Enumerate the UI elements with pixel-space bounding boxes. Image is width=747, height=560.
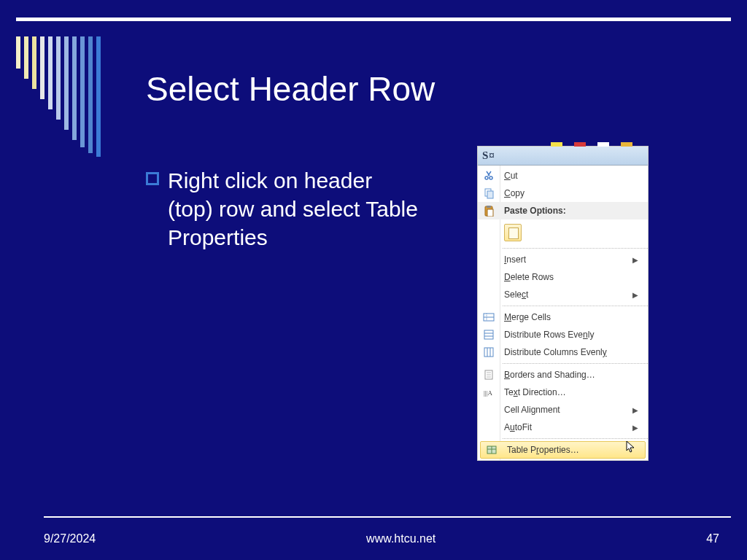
svg-rect-3 (487, 191, 493, 198)
slide-footer: 9/27/2024 www.htcu.net 47 (44, 532, 719, 545)
svg-point-1 (489, 176, 492, 179)
menu-label: Insert (500, 254, 632, 265)
svg-text:|||A: |||A (484, 389, 492, 397)
paste-icon (478, 205, 500, 217)
distribute-rows-icon (478, 329, 500, 341)
slide-body: Right click on header (top) row and sele… (146, 166, 423, 252)
menu-item-paste-options[interactable]: Paste Options: (478, 202, 648, 219)
menu-label: Paste Options: (500, 206, 640, 216)
menu-label: Copy (500, 188, 640, 198)
menu-item-cut[interactable]: Cut (478, 167, 648, 184)
menu-item-copy[interactable]: Copy (478, 184, 648, 202)
context-menu-header: S¤ (478, 147, 648, 166)
menu-separator (503, 248, 648, 249)
menu-item-select[interactable]: Select ▶ (478, 286, 648, 303)
submenu-arrow-icon: ▶ (632, 291, 640, 299)
svg-rect-13 (484, 348, 493, 357)
menu-item-distribute-rows[interactable]: Distribute Rows Evenly (478, 326, 648, 343)
menu-label: Distribute Columns Evenly (500, 347, 640, 357)
menu-item-cell-alignment[interactable]: Cell Alignment ▶ (478, 401, 648, 419)
svg-rect-10 (484, 330, 493, 339)
header-text: S¤ (482, 149, 495, 162)
svg-rect-6 (487, 209, 493, 217)
menu-label: Merge Cells (500, 312, 640, 322)
menu-item-insert[interactable]: Insert ▶ (478, 251, 648, 268)
footer-date: 9/27/2024 (44, 532, 96, 545)
menu-item-table-properties[interactable]: Table Properties… (480, 441, 646, 459)
distribute-cols-icon (478, 346, 500, 358)
bottom-horizontal-rule (44, 516, 731, 518)
menu-label: Distribute Rows Evenly (500, 330, 640, 340)
menu-item-text-direction[interactable]: |||A Text Direction… (478, 384, 648, 401)
menu-label: AutoFit (500, 422, 632, 432)
bullet-text: Right click on header (top) row and sele… (168, 166, 423, 252)
menu-label: Borders and Shading… (500, 370, 640, 380)
merge-cells-icon (478, 311, 500, 323)
copy-icon (478, 187, 500, 199)
menu-label: Select (500, 289, 632, 300)
bullet-square-icon (146, 172, 159, 185)
menu-item-autofit[interactable]: AutoFit ▶ (478, 419, 648, 436)
menu-item-merge-cells[interactable]: Merge Cells (478, 308, 648, 326)
menu-separator (503, 363, 648, 364)
menu-label: Delete Rows (500, 272, 640, 282)
menu-label: Cut (500, 171, 640, 181)
submenu-arrow-icon: ▶ (632, 424, 640, 432)
submenu-arrow-icon: ▶ (632, 406, 640, 414)
svg-point-0 (485, 176, 488, 179)
menu-item-distribute-cols[interactable]: Distribute Columns Evenly (478, 343, 648, 361)
decorative-vertical-bars (16, 36, 101, 157)
menu-separator (503, 438, 648, 439)
footer-url: www.htcu.net (366, 532, 436, 545)
text-direction-icon: |||A (478, 386, 500, 398)
table-style-markers (478, 142, 648, 147)
submenu-arrow-icon: ▶ (632, 256, 640, 264)
borders-icon (478, 369, 500, 381)
scissors-icon (478, 170, 500, 182)
top-horizontal-rule (16, 18, 731, 21)
menu-item-delete-rows[interactable]: Delete Rows (478, 268, 648, 286)
menu-separator (503, 306, 648, 306)
paste-option-icon (504, 224, 522, 241)
context-menu-screenshot: S¤ Cut Copy Paste Options: Insert (477, 146, 649, 461)
svg-rect-5 (487, 206, 491, 208)
menu-label: Table Properties… (503, 445, 638, 455)
table-properties-icon (481, 444, 503, 456)
menu-label: Text Direction… (500, 387, 640, 397)
footer-page-number: 47 (706, 532, 719, 545)
menu-item-borders-shading[interactable]: Borders and Shading… (478, 366, 648, 384)
paste-options-row[interactable] (478, 219, 648, 246)
menu-label: Cell Alignment (500, 405, 632, 415)
slide-title: Select Header Row (146, 69, 435, 109)
